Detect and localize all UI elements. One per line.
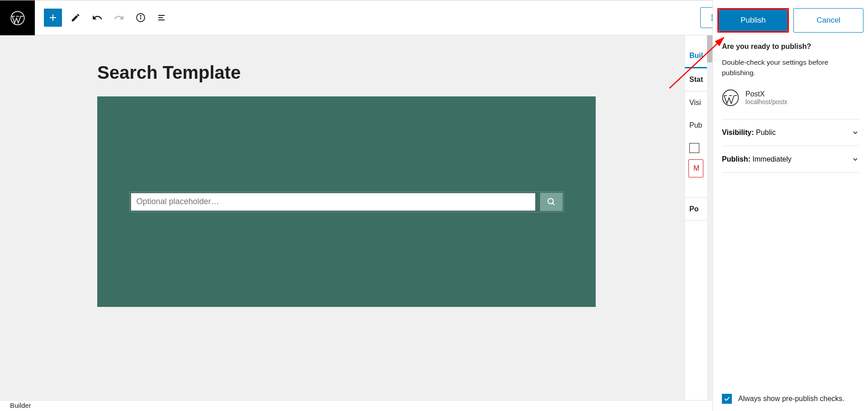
sidebar-visibility-label: Visi (685, 91, 707, 114)
pre-publish-panel: Publish Cancel Are you ready to publish?… (712, 0, 868, 411)
move-to-trash-button[interactable]: M (688, 159, 703, 177)
search-submit-button[interactable] (540, 193, 563, 211)
sidebar-tab-builder[interactable]: Buil (685, 44, 707, 68)
sidebar-publish-label: Pub (685, 114, 707, 137)
sidebar-status-label: Stat (685, 68, 707, 91)
publish-button[interactable]: Publish (719, 10, 787, 31)
page-title[interactable]: Search Template (97, 62, 771, 83)
site-name: PostX (745, 90, 787, 98)
wordpress-logo[interactable] (0, 0, 35, 35)
cancel-button[interactable]: Cancel (793, 8, 863, 33)
search-input[interactable] (131, 193, 536, 211)
scrollbar[interactable] (707, 35, 712, 400)
check-icon (723, 395, 730, 402)
site-url: localhost/postx (745, 98, 787, 105)
search-block[interactable] (97, 96, 596, 307)
add-block-button[interactable] (44, 9, 62, 27)
status-bar-text: Builder (10, 401, 31, 409)
chevron-down-icon (852, 129, 859, 136)
publish-panel-heading: Are you ready to publish? (722, 43, 859, 51)
publish-time-setting-row[interactable]: Publish: Immediately (722, 146, 859, 173)
redo-icon[interactable] (111, 10, 127, 26)
undo-icon[interactable] (89, 10, 105, 26)
sidebar-checkbox[interactable] (689, 143, 699, 153)
settings-sidebar-peek: Buil Stat Visi Pub M Po (684, 35, 707, 400)
list-view-icon[interactable] (154, 10, 171, 26)
edit-tool-icon[interactable] (67, 10, 84, 26)
sidebar-postx-label: Po (685, 197, 707, 221)
svg-line-11 (552, 203, 554, 205)
site-wordpress-icon (722, 89, 739, 106)
site-info-row: PostX localhost/postx (722, 89, 859, 106)
svg-point-10 (548, 198, 553, 204)
info-icon[interactable] (133, 10, 149, 26)
chevron-down-icon (852, 156, 859, 163)
pre-publish-check-label: Always show pre-publish checks. (738, 395, 844, 403)
pre-publish-checkbox[interactable] (722, 394, 732, 404)
svg-point-3 (140, 15, 141, 16)
search-icon (547, 197, 556, 206)
visibility-setting-row[interactable]: Visibility: Public (722, 119, 859, 146)
publish-panel-description: Double-check your settings before publis… (722, 57, 859, 78)
